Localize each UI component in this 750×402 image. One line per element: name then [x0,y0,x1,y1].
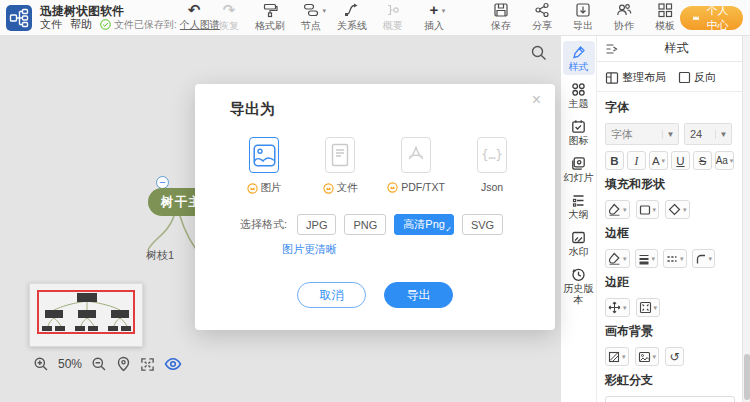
template-button[interactable]: 模板 [650,2,680,33]
vip-badge-icon [247,183,258,194]
format-svg-button[interactable]: SVG [462,214,503,235]
app-window: 迅捷树状图软件 文件 帮助 文件已保存到:个人图谱 ↶ ↷ 恢复 [0,0,750,402]
user-center-button[interactable]: 个人中心 [680,6,743,30]
fit-screen-button[interactable] [140,357,155,372]
share-button[interactable]: 分享 [527,2,557,33]
minimap-viewport[interactable] [37,290,135,334]
minimap-tree [39,292,135,334]
crown-icon [692,12,700,23]
cancel-button[interactable]: 取消 [297,282,366,308]
rect-shape-icon [639,204,651,216]
collaborate-button[interactable]: 协作 [609,2,639,33]
theme-icon [571,82,586,97]
font-size-select[interactable]: 24▼ [684,123,732,145]
tab-style[interactable]: 样式 [563,41,595,75]
background-reset-button[interactable]: ↺ [665,347,684,366]
text-case-button[interactable]: Aa▾ [715,151,734,170]
scrollbar-thumb[interactable] [744,354,750,400]
search-icon[interactable] [530,44,548,62]
italic-button[interactable]: I [627,151,646,170]
export-option-file[interactable]: 文件 [309,137,371,195]
locate-center-button[interactable] [116,356,131,372]
panel-title: 样式 [619,40,734,57]
reverse-button[interactable]: 反向 [678,70,716,85]
title-block: 迅捷树状图软件 文件 帮助 文件已保存到:个人图谱 [40,4,175,31]
vip-badge-icon [387,182,398,193]
menu-help[interactable]: 帮助 [70,18,92,31]
confirm-export-button[interactable]: 导出 [384,282,453,308]
fill-color-button[interactable]: ▾ [605,200,630,219]
hd-hint-link[interactable]: 图片更清晰 [282,242,337,257]
calendar-check-icon [571,119,586,134]
border-width-button[interactable]: ▾ [635,249,659,268]
dialog-title: 导出为 [230,100,275,119]
tab-slides[interactable]: 幻灯片 [563,152,595,186]
fit-screen-icon [140,357,155,372]
background-image-button[interactable]: ▾ [635,347,660,366]
tab-theme[interactable]: 主题 [563,78,595,112]
redo-button[interactable]: ↷ 恢复 [214,2,244,33]
background-pattern-button[interactable]: ▾ [605,347,629,366]
canvas-margin-button[interactable]: ▾ [636,298,661,317]
tab-watermark[interactable]: 水印 [563,226,595,260]
tab-history[interactable]: 历史版本 [563,263,595,308]
shape-rect-button[interactable]: ▾ [636,200,660,219]
font-section-title: 字体 [605,99,734,116]
branch-node-label[interactable]: 树枝1 [146,248,174,263]
format-jpg-button[interactable]: JPG [297,214,336,235]
move-cross-icon [608,301,621,314]
font-color-button[interactable]: A▾ [649,151,668,170]
corner-radius-icon [695,253,707,265]
node-button[interactable]: ▾ 节点 [296,2,326,33]
toggle-minimap-button[interactable] [164,356,182,372]
tab-icons[interactable]: 图标 [563,115,595,149]
save-button[interactable]: 保存 [486,2,516,33]
format-png-button[interactable]: PNG [344,214,386,235]
fill-section-title: 填充和形状 [605,176,734,193]
arrange-layout-button[interactable]: 整理布局 [605,70,666,85]
minimap[interactable] [29,283,143,347]
export-icon [575,2,591,18]
margin-section-title: 边距 [605,274,734,291]
pdf-icon [405,144,427,166]
export-dialog: 导出为 × 图片 [195,84,555,330]
border-style-button[interactable]: ▾ [663,249,687,268]
collapse-panel-icon[interactable] [605,42,619,56]
format-painter-button[interactable]: 格式刷 [255,2,285,33]
json-icon: {…} [481,148,503,162]
undo-icon: ↶ [188,2,201,18]
undo-button[interactable]: ↶ [185,2,203,18]
font-family-select[interactable]: 字体▼ [605,123,679,145]
export-button[interactable]: 导出 [568,2,598,33]
export-option-json[interactable]: {…} Json [461,137,523,195]
zoom-out-icon [91,356,107,372]
relation-line-icon [344,2,360,18]
format-hd-png-button[interactable]: 高清Png ✓ [394,214,454,235]
template-icon [657,2,673,18]
underline-button[interactable]: U [671,151,690,170]
panel-scrollbar[interactable] [742,36,750,402]
zoom-out-button[interactable] [91,356,107,372]
redo-icon: ↷ [223,2,236,18]
summary-button[interactable]: 概要 [378,2,408,33]
export-option-pdf-txt[interactable]: PDF/TXT [385,137,447,195]
border-color-button[interactable]: ▾ [605,249,630,268]
bold-button[interactable]: B [605,151,624,170]
shape-diamond-button[interactable]: ▾ [665,200,690,219]
close-icon[interactable]: × [532,92,541,108]
export-option-image[interactable]: 图片 [233,137,295,195]
zoom-in-button[interactable] [33,356,49,372]
node-margin-button[interactable]: ▾ [605,298,630,317]
share-icon [534,2,550,18]
insert-button[interactable]: +▾ 插入 [419,2,449,33]
check-circle-icon [100,19,111,30]
relation-line-button[interactable]: 关系线 [337,2,367,33]
strikethrough-button[interactable]: S [693,151,712,170]
border-corner-button[interactable]: ▾ [692,249,716,268]
rainbow-branch-select[interactable]: ▲▼ [605,396,735,402]
tab-outline[interactable]: 大纲 [563,189,595,223]
export-options: 图片 文件 [195,137,555,195]
brush-icon [571,45,586,60]
menu-file[interactable]: 文件 [40,18,62,31]
watermark-icon [571,230,586,245]
